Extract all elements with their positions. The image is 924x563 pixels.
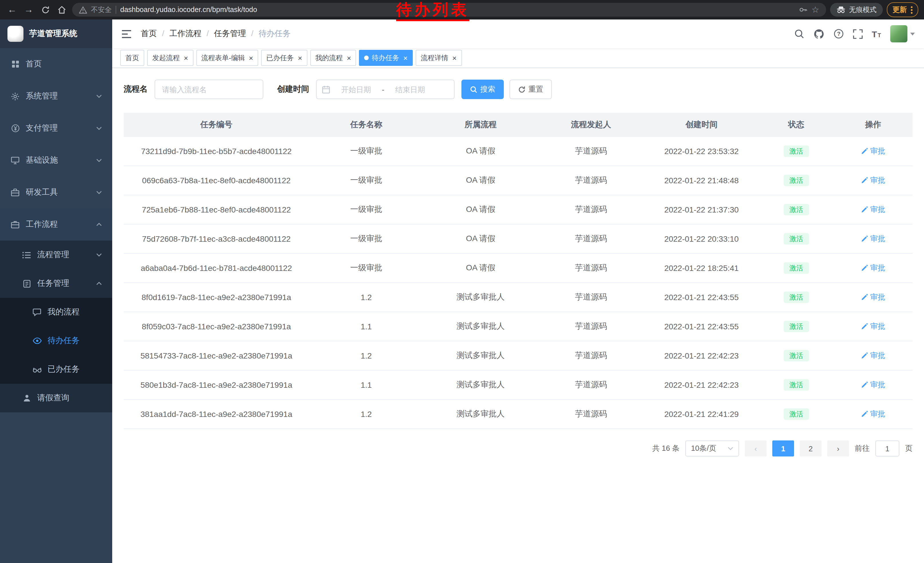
close-icon[interactable]: × [347,54,351,62]
search-button[interactable]: 搜索 [461,80,504,99]
approve-link[interactable]: 审批 [861,292,885,302]
page-size-select[interactable]: 10条/页 [685,440,739,456]
cell-task-id: 73211d9d-7b9b-11ec-b5b7-acde48001122 [124,137,309,166]
breadcrumb-item[interactable]: 工作流程 [157,29,201,39]
fullscreen-icon[interactable] [853,29,862,39]
close-icon[interactable]: × [184,54,188,62]
password-key-icon[interactable] [798,5,807,14]
cell-task-id: a6aba0a4-7b6d-11ec-b781-acde48001122 [124,254,309,283]
approve-link-label: 审批 [870,380,885,390]
next-page-button[interactable]: › [827,440,849,456]
close-icon[interactable]: × [452,54,456,62]
calendar-icon [322,85,330,94]
cell-action: 审批 [834,254,912,283]
close-icon[interactable]: × [404,54,408,62]
approve-link[interactable]: 审批 [861,263,885,273]
page-button-2[interactable]: 2 [800,440,822,456]
table-row: 381aa1dd-7ac8-11ec-a9e2-a2380e71991a 1.2… [124,399,912,429]
sidebar-item-task-management[interactable]: 任务管理 [0,269,112,298]
approve-link[interactable]: 审批 [861,204,885,215]
tab-my-processes[interactable]: 我的流程 × [310,50,356,66]
cell-process: 测试多审批人 [423,370,538,399]
yen-icon [10,124,20,132]
date-range-picker[interactable]: - [316,80,454,99]
approve-link-label: 审批 [870,321,885,332]
search-icon[interactable] [794,29,804,39]
close-icon[interactable]: × [249,54,253,62]
sidebar-item-label: 支付管理 [26,123,58,134]
cell-create-time: 2022-01-22 21:48:48 [644,166,759,195]
app-logo[interactable]: 芋道管理系统 [0,20,112,48]
cell-action: 审批 [834,283,912,312]
sidebar-item-label: 流程管理 [37,250,69,260]
approve-link[interactable]: 审批 [861,175,885,186]
approve-link-label: 审批 [870,409,885,419]
sidebar-item-done-tasks[interactable]: 已办任务 [0,355,112,384]
cell-task-name: 一级审批 [309,166,424,195]
prev-page-button[interactable]: ‹ [745,440,766,456]
font-size-icon[interactable] [872,29,881,39]
goto-page-input[interactable] [875,440,899,456]
dashboard-icon [10,60,20,68]
sidebar-item-leave-query[interactable]: 请假查询 [0,384,112,412]
table-row: 8f0d1619-7ac8-11ec-a9e2-a2380e71991a 1.2… [124,283,912,312]
status-badge: 激活 [783,408,808,420]
bookmark-star-icon[interactable] [812,5,819,15]
status-badge: 激活 [783,233,808,245]
avatar[interactable] [890,25,908,42]
reset-button[interactable]: 重置 [510,80,552,99]
approve-link[interactable]: 审批 [861,234,885,244]
back-icon[interactable] [6,3,18,16]
cell-task-name: 1.1 [309,370,424,399]
cell-create-time: 2022-01-21 22:43:55 [644,312,759,341]
page-button-1[interactable]: 1 [772,440,794,456]
breadcrumb-item[interactable]: 任务管理 [201,29,246,39]
sidebar-item-workflow[interactable]: 工作流程 [0,209,112,240]
help-icon[interactable]: ? [833,29,844,39]
update-button[interactable]: 更新 [887,2,918,17]
tab-process-form-edit[interactable]: 流程表单-编辑 × [196,50,258,66]
sidebar-item-label: 请假查询 [37,393,69,403]
sidebar-item-my-processes[interactable]: 我的流程 [0,298,112,326]
start-date-input[interactable] [333,84,380,94]
sidebar-item-home[interactable]: 首页 [0,48,112,80]
approve-link[interactable]: 审批 [861,380,885,390]
user-menu[interactable] [890,25,915,42]
sidebar-item-process-management[interactable]: 流程管理 [0,240,112,269]
breadcrumb-item[interactable]: 首页 [141,29,157,39]
tab-home[interactable]: 首页 [120,50,144,66]
approve-link[interactable]: 审批 [861,146,885,156]
sidebar-item-devtools[interactable]: 研发工具 [0,176,112,209]
forward-icon[interactable] [22,3,35,16]
close-icon[interactable]: × [298,54,302,62]
col-task-name: 任务名称 [309,113,424,137]
cell-process: 测试多审批人 [423,399,538,429]
github-icon[interactable] [813,29,824,39]
breadcrumb-item[interactable]: 待办任务 [246,29,291,39]
sidebar-toggle-icon[interactable] [122,30,132,38]
date-range-separator: - [382,85,384,94]
end-date-input[interactable] [387,84,434,94]
tab-process-detail[interactable]: 流程详情 × [416,50,462,66]
home-icon[interactable] [56,3,68,16]
sidebar-item-label: 研发工具 [26,187,58,198]
refresh-icon[interactable] [39,3,51,16]
sidebar-item-infra[interactable]: 基础设施 [0,144,112,176]
sidebar-item-system[interactable]: 系统管理 [0,80,112,112]
cell-process: OA 请假 [423,195,538,224]
approve-link[interactable]: 审批 [861,321,885,332]
cell-process: 测试多审批人 [423,312,538,341]
approve-link[interactable]: 审批 [861,350,885,361]
tab-start-process[interactable]: 发起流程 × [147,50,193,66]
cell-initiator: 芋道源码 [538,370,644,399]
security-label: 不安全 [91,5,112,15]
sidebar-item-todo-tasks[interactable]: 待办任务 [0,326,112,355]
tab-done-tasks[interactable]: 已办任务 × [261,50,307,66]
approve-link[interactable]: 审批 [861,409,885,419]
process-name-input[interactable] [154,80,263,99]
filter-bar: 流程名 创建时间 - 搜索 [124,80,912,99]
cell-status: 激活 [759,370,834,399]
tab-todo-tasks[interactable]: 待办任务 × [359,50,413,66]
sidebar-item-payment[interactable]: 支付管理 [0,112,112,144]
browser-menu-icon[interactable] [911,6,912,14]
